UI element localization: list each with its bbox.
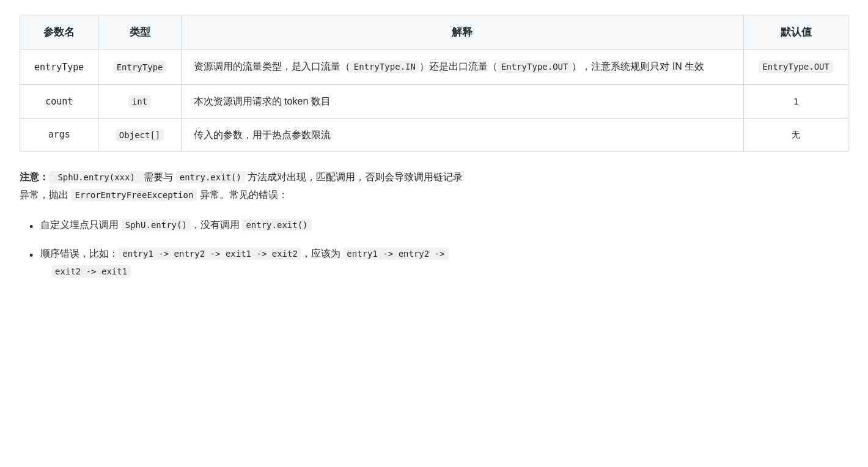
default-entrytype: EntryType.OUT	[744, 50, 848, 85]
type-args: Object[]	[98, 118, 181, 152]
code-correct-order-1: entry1 -> entry2 ->	[343, 248, 448, 260]
default-count: 1	[744, 84, 848, 118]
bullet-text-2: 顺序错误，比如：entry1 -> entry2 -> exit1 -> exi…	[40, 245, 448, 281]
desc-count: 本次资源调用请求的 token 数目	[181, 84, 744, 118]
list-item: 顺序错误，比如：entry1 -> entry2 -> exit1 -> exi…	[29, 245, 848, 281]
table-row: args Object[] 传入的参数，用于热点参数限流 无	[20, 118, 848, 152]
bullet-text-1: 自定义埋点只调用 SphU.entry()，没有调用 entry.exit()	[40, 216, 311, 234]
table-row: count int 本次资源调用请求的 token 数目 1	[20, 84, 848, 118]
type-entrytype: EntryType	[98, 50, 181, 85]
params-table: 参数名 类型 解释 默认值 entryType EntryType 资源调用的流…	[20, 15, 848, 152]
col-header-type: 类型	[98, 15, 181, 50]
table-row: entryType EntryType 资源调用的流量类型，是入口流量（Entr…	[20, 50, 848, 85]
code-wrong-order: entry1 -> entry2 -> exit1 -> exit2	[119, 248, 301, 260]
col-header-desc: 解释	[181, 15, 744, 50]
notice-text2: 方法成对出现，匹配调用，否则会导致调用链记录	[245, 172, 463, 182]
notice-label: 注意：	[20, 172, 49, 182]
default-entrytype-value: EntryType.OUT	[759, 61, 833, 73]
notice-code-exception: ErrorEntryFreeException	[71, 189, 197, 201]
col-header-param: 参数名	[20, 15, 98, 50]
type-args-value: Object[]	[116, 129, 164, 141]
desc-args: 传入的参数，用于热点参数限流	[181, 118, 744, 152]
notice-text1: 需要与	[144, 172, 175, 182]
default-args: 无	[744, 118, 848, 152]
code-entrytypein: EntryType.IN	[350, 61, 419, 73]
notice-code-exit: entry.exit()	[176, 171, 245, 183]
notice-block: 注意： SphU.entry(xxx) 需要与 entry.exit() 方法成…	[20, 169, 848, 204]
code-sphu-entry: SphU.entry()	[122, 219, 191, 231]
param-args: args	[20, 118, 98, 152]
notice-text4: 异常。常见的错误：	[197, 189, 287, 200]
type-count-value: int	[128, 95, 151, 108]
code-entrytypeout: EntryType.OUT	[498, 61, 572, 73]
type-count: int	[98, 84, 181, 118]
param-entrytype: entryType	[20, 50, 98, 85]
desc-entrytype: 资源调用的流量类型，是入口流量（EntryType.IN）还是出口流量（Entr…	[181, 50, 744, 85]
code-entry-exit: entry.exit()	[242, 219, 311, 231]
param-count: count	[20, 84, 98, 118]
col-header-default: 默认值	[744, 15, 848, 50]
bullet-list: 自定义埋点只调用 SphU.entry()，没有调用 entry.exit() …	[20, 216, 848, 281]
code-correct-order-2: exit2 -> exit1	[51, 265, 131, 278]
notice-sphu-entry: SphU.entry(xxx)	[49, 171, 144, 183]
list-item: 自定义埋点只调用 SphU.entry()，没有调用 entry.exit()	[29, 216, 848, 237]
notice-text3: 异常，抛出	[20, 189, 71, 200]
type-entrytype-value: EntryType	[113, 61, 167, 73]
